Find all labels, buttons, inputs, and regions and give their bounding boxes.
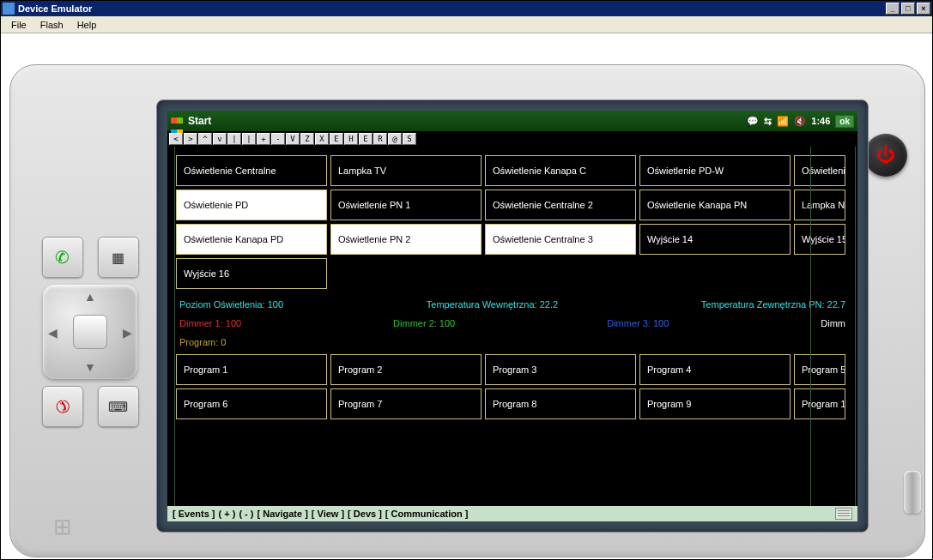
sb-devs[interactable]: [ Devs ] <box>348 509 382 519</box>
light-cell-13[interactable]: Wyjście 14 <box>639 224 791 255</box>
keypad-button[interactable]: ⌨ <box>98 386 139 427</box>
program-cell-3[interactable]: Program 4 <box>639 354 791 385</box>
toolbar-btn-16[interactable]: S <box>403 133 416 145</box>
program-cell-9[interactable]: Program 10 <box>794 388 845 419</box>
toolbar-btn-2[interactable]: ^ <box>198 133 212 145</box>
apps-button[interactable]: ▦ <box>98 237 139 278</box>
light-cell-0[interactable]: Oświetlenie Centralne <box>176 155 327 186</box>
toolbar-btn-7[interactable]: - <box>271 133 285 145</box>
light-cell-1[interactable]: Lampka TV <box>330 155 482 186</box>
program-cell-0[interactable]: Program 1 <box>176 354 327 385</box>
close-button[interactable]: × <box>917 3 930 15</box>
power-button[interactable]: ⏻ <box>864 134 907 177</box>
signal-icon[interactable]: 📶 <box>777 116 789 127</box>
power-icon: ⏻ <box>876 144 895 166</box>
dimmer-row: Dimmer 1: 100 Dimmer 2: 100 Dimmer 3: 10… <box>167 313 857 334</box>
phone-red-icon: ✆ <box>50 394 75 419</box>
titlebar: Device Emulator _ □ × <box>1 1 932 16</box>
app-toolbar: <>^v||+-VZXEHER@S <box>167 131 857 147</box>
light-cell-3[interactable]: Oświetlenie PD-W <box>639 155 791 186</box>
toolbar-btn-9[interactable]: Z <box>300 133 314 145</box>
program-cell-8[interactable]: Program 9 <box>639 388 791 419</box>
call-button[interactable]: ✆ <box>42 237 83 278</box>
toolbar-btn-10[interactable]: X <box>315 133 329 145</box>
maximize-button[interactable]: □ <box>901 3 915 15</box>
side-scroll-wheel[interactable] <box>904 471 921 514</box>
toolbar-btn-15[interactable]: @ <box>388 133 402 145</box>
program-cell-7[interactable]: Program 8 <box>485 388 636 419</box>
toolbar-btn-6[interactable]: + <box>257 133 270 145</box>
sb-minus[interactable]: ( - ) <box>239 509 253 519</box>
clock: 1:46 <box>811 116 830 126</box>
light-cell-6[interactable]: Oświetlenie PN 1 <box>330 190 482 220</box>
light-cell-11[interactable]: Oświetlenie PN 2 <box>330 224 482 255</box>
toolbar-btn-14[interactable]: R <box>373 133 387 145</box>
menu-help[interactable]: Help <box>70 18 104 32</box>
minimize-button[interactable]: _ <box>886 3 900 15</box>
device-body: ✆ ▦ ▲ ▼ ◀ ▶ ✆ ⌨ ⊞ ⏻ <box>9 64 925 557</box>
light-cell-7[interactable]: Oświetlenie Centralne 2 <box>485 190 636 220</box>
dpad[interactable]: ▲ ▼ ◀ ▶ <box>43 285 137 379</box>
toolbar-btn-12[interactable]: H <box>344 133 358 145</box>
app-icon <box>3 3 15 15</box>
dpad-left-icon[interactable]: ◀ <box>48 326 58 340</box>
programs-grid: Program 1Program 2Program 3Program 4Prog… <box>167 354 857 419</box>
dimmer-4-label: Dimm <box>821 318 845 328</box>
program-current-label: Program: 0 <box>167 334 857 354</box>
program-cell-4[interactable]: Program 5 <box>794 354 845 385</box>
toolbar-btn-4[interactable]: | <box>227 133 241 145</box>
ok-button[interactable]: ok <box>835 115 854 128</box>
sync-icon[interactable]: ⇆ <box>764 116 772 127</box>
program-cell-2[interactable]: Program 3 <box>485 354 636 385</box>
light-cell-10[interactable]: Oświetlenie Kanapa PD <box>176 224 327 255</box>
keypad-icon: ⌨ <box>108 399 128 415</box>
emulator-window: Device Emulator _ □ × File Flash Help ✆ … <box>0 0 933 560</box>
dpad-down-icon[interactable]: ▼ <box>84 360 96 374</box>
sb-events[interactable]: [ Events ] <box>173 509 215 519</box>
light-cell-12[interactable]: Oświetlenie Centralne 3 <box>485 224 636 255</box>
dpad-center[interactable] <box>73 315 107 349</box>
program-cell-6[interactable]: Program 7 <box>330 388 482 419</box>
sb-navigate[interactable]: [ Navigate ] <box>257 509 308 519</box>
dpad-right-icon[interactable]: ▶ <box>123 326 132 340</box>
toolbar-btn-3[interactable]: v <box>213 133 227 145</box>
light-cell-5[interactable]: Oświetlenie PD <box>176 190 327 220</box>
toolbar-btn-5[interactable]: | <box>242 133 256 145</box>
hardware-controls: ✆ ▦ ▲ ▼ ◀ ▶ ✆ ⌨ <box>34 237 146 468</box>
light-cell-9[interactable]: Lampka No <box>794 190 845 220</box>
toolbar-btn-11[interactable]: E <box>330 133 343 145</box>
program-cell-5[interactable]: Program 6 <box>176 388 327 419</box>
toolbar-btn-1[interactable]: > <box>184 133 197 145</box>
dpad-up-icon[interactable]: ▲ <box>84 290 96 304</box>
phone-green-icon: ✆ <box>55 247 70 268</box>
sb-communication[interactable]: [ Communication ] <box>385 509 469 519</box>
sb-view[interactable]: [ View ] <box>312 509 344 519</box>
start-flag-icon[interactable] <box>171 114 185 128</box>
keyboard-icon[interactable] <box>835 508 852 520</box>
grid-icon: ▦ <box>112 250 124 266</box>
start-label[interactable]: Start <box>188 115 211 127</box>
hangup-button[interactable]: ✆ <box>42 386 83 427</box>
program-cell-1[interactable]: Program 2 <box>330 354 482 385</box>
status-row: Poziom Oświetlenia: 100 Temperatura Wewn… <box>167 292 857 313</box>
sb-plus[interactable]: ( + ) <box>219 509 236 519</box>
light-cell-4[interactable]: Oświetlenie <box>794 155 845 186</box>
menu-flash[interactable]: Flash <box>33 18 70 32</box>
screen-bezel: Start 💬 ⇆ 📶 🔇 1:46 ok <>^v||+-VZXEHER@S <box>156 99 869 533</box>
dimmer-2-label: Dimmer 2: 100 <box>393 318 455 328</box>
light-cell-15[interactable]: Wyjście 16 <box>176 258 327 289</box>
app-statusbar: [ Events ] ( + ) ( - ) [ Navigate ] [ Vi… <box>167 506 857 521</box>
light-cell-2[interactable]: Oświetlenie Kanapa C <box>485 155 636 186</box>
window-title: Device Emulator <box>18 3 92 14</box>
chat-icon[interactable]: 💬 <box>747 116 759 127</box>
light-level-label: Poziom Oświetlenia: 100 <box>179 299 283 310</box>
app-content: Oświetlenie CentralneLampka TVOświetleni… <box>167 147 857 506</box>
menu-file[interactable]: File <box>4 18 33 32</box>
toolbar-btn-13[interactable]: E <box>359 133 373 145</box>
volume-icon[interactable]: 🔇 <box>794 116 806 127</box>
system-tray: 💬 ⇆ 📶 🔇 1:46 ok <box>747 115 854 128</box>
light-cell-8[interactable]: Oświetlenie Kanapa PN <box>639 190 791 220</box>
light-cell-14[interactable]: Wyjście 15 <box>794 224 845 255</box>
toolbar-btn-8[interactable]: V <box>286 133 300 145</box>
toolbar-btn-0[interactable]: < <box>169 133 183 145</box>
